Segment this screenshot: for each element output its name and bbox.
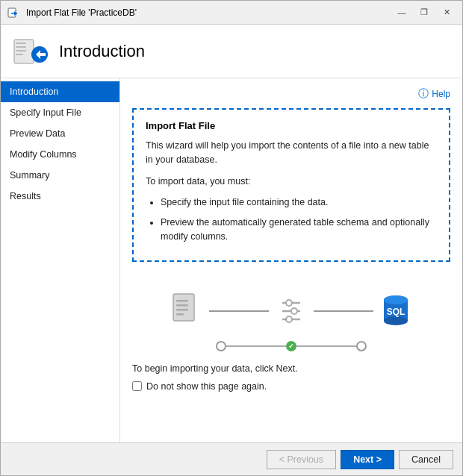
main-layout: Introduction Specify Input File Preview … bbox=[1, 78, 462, 442]
wizard-steps: SQL ✓ bbox=[132, 289, 450, 351]
svg-rect-13 bbox=[176, 309, 188, 311]
svg-point-23 bbox=[384, 316, 408, 325]
svg-rect-12 bbox=[176, 304, 188, 307]
connector-1 bbox=[209, 310, 269, 312]
do-not-show-label[interactable]: Do not show this page again. bbox=[146, 381, 267, 392]
bottom-bar: < Previous Next > Cancel bbox=[1, 442, 462, 475]
progress-line-2 bbox=[296, 345, 356, 347]
svg-point-19 bbox=[291, 308, 297, 314]
connector-2 bbox=[314, 310, 373, 312]
progress-dot-middle: ✓ bbox=[286, 341, 296, 351]
svg-rect-11 bbox=[176, 300, 188, 302]
help-label: Help bbox=[432, 89, 450, 99]
progress-dot-end bbox=[356, 341, 367, 351]
info-box: Import Flat File This wizard will help y… bbox=[132, 108, 450, 262]
do-not-show-checkbox[interactable] bbox=[132, 381, 142, 391]
window-title: Import Flat File 'PracticeDB' bbox=[26, 7, 392, 18]
svg-point-24 bbox=[384, 295, 408, 304]
info-bullet-list: Specify the input file containing the da… bbox=[161, 195, 437, 243]
info-box-title: Import Flat File bbox=[146, 120, 437, 131]
info-paragraph-2: To import data, you must: bbox=[146, 175, 437, 189]
minimize-button[interactable]: — bbox=[392, 5, 411, 20]
titlebar: Import Flat File 'PracticeDB' — ❐ ✕ bbox=[1, 1, 462, 25]
steps-progress: ✓ bbox=[216, 341, 367, 351]
svg-text:SQL: SQL bbox=[387, 307, 405, 317]
progress-line-1 bbox=[226, 345, 286, 347]
do-not-show-row: Do not show this page again. bbox=[132, 381, 450, 392]
header-title: Introduction bbox=[59, 42, 145, 61]
steps-icons: SQL bbox=[164, 289, 418, 333]
sql-step-icon: SQL bbox=[373, 289, 418, 333]
svg-rect-5 bbox=[16, 46, 26, 48]
svg-rect-14 bbox=[176, 313, 184, 316]
svg-rect-6 bbox=[16, 50, 26, 51]
previous-button[interactable]: < Previous bbox=[267, 450, 336, 469]
sidebar-item-summary[interactable]: Summary bbox=[1, 165, 119, 186]
sidebar-item-results[interactable]: Results bbox=[1, 186, 119, 207]
progress-dot-start bbox=[216, 341, 226, 351]
sidebar-item-introduction[interactable]: Introduction bbox=[1, 81, 119, 102]
sidebar-item-specify-input-file[interactable]: Specify Input File bbox=[1, 102, 119, 123]
header-icon bbox=[13, 34, 49, 69]
next-button[interactable]: Next > bbox=[341, 450, 394, 469]
svg-point-18 bbox=[286, 300, 292, 306]
svg-rect-7 bbox=[16, 54, 23, 55]
cancel-button[interactable]: Cancel bbox=[399, 450, 453, 469]
window: Import Flat File 'PracticeDB' — ❐ ✕ Intr… bbox=[0, 0, 463, 476]
begin-text: To begin importing your data, click Next… bbox=[132, 363, 450, 374]
header: Introduction bbox=[1, 25, 462, 78]
window-controls: — ❐ ✕ bbox=[392, 5, 456, 20]
help-link[interactable]: ⓘ Help bbox=[132, 87, 450, 101]
app-icon bbox=[7, 5, 22, 20]
sidebar: Introduction Specify Input File Preview … bbox=[1, 78, 120, 442]
svg-rect-4 bbox=[16, 43, 26, 44]
content-area: ⓘ Help Import Flat File This wizard will… bbox=[120, 78, 462, 442]
sidebar-item-modify-columns[interactable]: Modify Columns bbox=[1, 144, 119, 165]
svg-rect-10 bbox=[173, 294, 194, 321]
sidebar-item-preview-data[interactable]: Preview Data bbox=[1, 123, 119, 144]
bullet-item-2: Preview the automatically generated tabl… bbox=[161, 216, 437, 244]
svg-point-20 bbox=[286, 316, 292, 322]
bullet-item-1: Specify the input file containing the da… bbox=[161, 195, 437, 210]
sliders-step-icon bbox=[269, 289, 314, 333]
info-paragraph-1: This wizard will help you import the con… bbox=[146, 139, 437, 167]
restore-button[interactable]: ❐ bbox=[414, 5, 434, 20]
help-icon: ⓘ bbox=[418, 87, 429, 101]
close-button[interactable]: ✕ bbox=[437, 5, 456, 20]
file-step-icon bbox=[164, 289, 209, 333]
